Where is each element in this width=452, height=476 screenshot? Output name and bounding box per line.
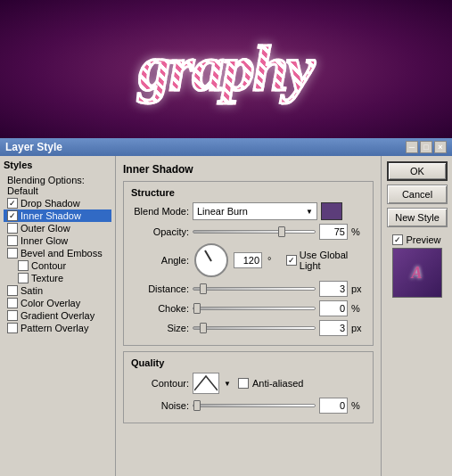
blend-mode-row: Blend Mode: Linear Burn ▼ <box>131 202 366 220</box>
distance-label: Distance: <box>131 283 189 294</box>
opacity-unit: % <box>351 226 366 237</box>
quality-title: Quality <box>131 357 366 368</box>
gradient-overlay-checkbox[interactable] <box>7 310 18 321</box>
anti-alias-label: Anti-aliased <box>252 378 303 389</box>
blend-color-swatch[interactable] <box>321 202 342 220</box>
close-button[interactable]: × <box>434 141 447 153</box>
inner-glow-label: Inner Glow <box>21 235 68 246</box>
sidebar-item-outer-glow[interactable]: Outer Glow <box>4 222 111 234</box>
main-content: Inner Shadow Structure Blend Mode: Linea… <box>116 156 381 476</box>
size-input[interactable] <box>319 320 348 336</box>
sidebar-item-inner-glow[interactable]: Inner Glow <box>4 234 111 247</box>
sidebar-item-bevel-emboss[interactable]: Bevel and Emboss <box>4 247 111 259</box>
sidebar-item-gradient-overlay[interactable]: Gradient Overlay <box>4 309 111 322</box>
size-slider-container <box>193 326 316 330</box>
distance-unit: px <box>351 283 366 294</box>
inner-shadow-checkbox[interactable] <box>7 210 18 221</box>
distance-row: Distance: px <box>131 281 366 297</box>
size-label: Size: <box>131 323 189 333</box>
contour-curve-svg <box>194 374 218 392</box>
buttons-panel: OK Cancel New Style Preview A <box>381 156 452 476</box>
choke-slider-thumb[interactable] <box>193 303 201 314</box>
contour-dropdown-arrow-icon[interactable]: ▼ <box>224 380 231 388</box>
inner-glow-checkbox[interactable] <box>7 235 18 246</box>
distance-slider-thumb[interactable] <box>200 283 207 294</box>
satin-checkbox[interactable] <box>7 285 18 296</box>
blend-mode-dropdown[interactable]: Linear Burn ▼ <box>193 202 317 220</box>
noise-row: Noise: % <box>131 398 366 414</box>
sidebar-item-pattern-overlay[interactable]: Pattern Overlay <box>4 322 111 334</box>
choke-row: Choke: % <box>131 300 366 316</box>
opacity-slider-container <box>193 230 316 234</box>
outer-glow-checkbox[interactable] <box>7 223 18 234</box>
angle-unit: ° <box>267 255 281 266</box>
structure-section: Structure Blend Mode: Linear Burn ▼ Opac… <box>123 181 374 346</box>
angle-label: Angle: <box>131 255 189 266</box>
pattern-overlay-label: Pattern Overlay <box>21 323 88 333</box>
contour-thumbnail[interactable] <box>193 373 219 394</box>
sidebar-item-color-overlay[interactable]: Color Overlay <box>4 297 111 309</box>
opacity-row: Opacity: % <box>131 224 366 240</box>
use-global-light-checkbox[interactable] <box>286 255 297 266</box>
pattern-overlay-checkbox[interactable] <box>7 323 18 333</box>
choke-unit: % <box>351 303 366 314</box>
opacity-input[interactable] <box>319 224 348 240</box>
noise-slider-track[interactable] <box>193 404 316 407</box>
choke-input[interactable] <box>319 300 348 316</box>
choke-slider-container <box>193 307 316 310</box>
maximize-button[interactable]: □ <box>420 141 432 153</box>
sidebar-item-drop-shadow[interactable]: Drop Shadow <box>4 197 111 209</box>
sidebar-item-inner-shadow[interactable]: Inner Shadow <box>4 209 111 222</box>
quality-contour-label: Contour: <box>131 378 189 389</box>
dialog-title-bar: Layer Style ─ □ × <box>0 138 452 156</box>
angle-dial[interactable] <box>194 243 228 277</box>
size-slider-track[interactable] <box>193 326 316 330</box>
sidebar-item-texture[interactable]: Texture <box>4 272 111 284</box>
drop-shadow-checkbox[interactable] <box>7 198 18 209</box>
preview-label: Preview <box>406 234 440 245</box>
color-overlay-checkbox[interactable] <box>7 298 18 308</box>
styles-list: Blending Options: Default Drop Shadow In… <box>4 174 111 334</box>
quality-section: Quality Contour: ▼ Anti-aliased <box>123 351 374 423</box>
opacity-slider-thumb[interactable] <box>278 226 285 237</box>
anti-alias-container: Anti-aliased <box>238 378 303 389</box>
blend-mode-value: Linear Burn <box>197 206 248 217</box>
section-title: Inner Shadow <box>123 163 374 176</box>
minimize-button[interactable]: ─ <box>406 141 418 153</box>
new-style-button[interactable]: New Style <box>387 208 448 227</box>
noise-slider-thumb[interactable] <box>193 400 201 411</box>
anti-alias-checkbox[interactable] <box>238 378 249 389</box>
noise-label: Noise: <box>131 400 189 411</box>
sidebar-item-contour[interactable]: Contour <box>4 259 111 272</box>
contour-row: Contour: ▼ Anti-aliased <box>131 373 366 394</box>
distance-slider-container <box>193 287 316 291</box>
distance-input[interactable] <box>319 281 348 297</box>
preview-checkbox[interactable] <box>392 234 403 245</box>
texture-checkbox[interactable] <box>18 273 29 283</box>
sidebar-item-satin[interactable]: Satin <box>4 284 111 297</box>
sidebar-item-blending-options[interactable]: Blending Options: Default <box>4 174 111 197</box>
texture-label: Texture <box>31 273 63 283</box>
styles-panel: Styles Blending Options: Default Drop Sh… <box>0 156 116 476</box>
satin-label: Satin <box>21 285 43 296</box>
angle-input[interactable] <box>234 252 262 268</box>
opacity-slider-track[interactable] <box>193 230 316 234</box>
preview-thumbnail: A <box>392 248 442 298</box>
choke-slider-track[interactable] <box>193 307 316 310</box>
noise-input[interactable] <box>319 398 348 414</box>
ok-button[interactable]: OK <box>387 161 448 181</box>
outer-glow-label: Outer Glow <box>21 223 70 234</box>
color-overlay-label: Color Overlay <box>21 298 80 308</box>
choke-label: Choke: <box>131 303 189 314</box>
distance-slider-track[interactable] <box>193 287 316 291</box>
noise-unit: % <box>351 400 366 411</box>
size-slider-thumb[interactable] <box>200 323 207 333</box>
blend-mode-label: Blend Mode: <box>131 206 189 217</box>
contour-label: Contour <box>31 260 66 271</box>
contour-checkbox[interactable] <box>18 260 29 271</box>
bevel-emboss-checkbox[interactable] <box>7 248 18 259</box>
styles-panel-title: Styles <box>4 160 111 170</box>
drop-shadow-label: Drop Shadow <box>21 198 80 209</box>
structure-title: Structure <box>131 187 366 198</box>
cancel-button[interactable]: Cancel <box>387 185 448 204</box>
